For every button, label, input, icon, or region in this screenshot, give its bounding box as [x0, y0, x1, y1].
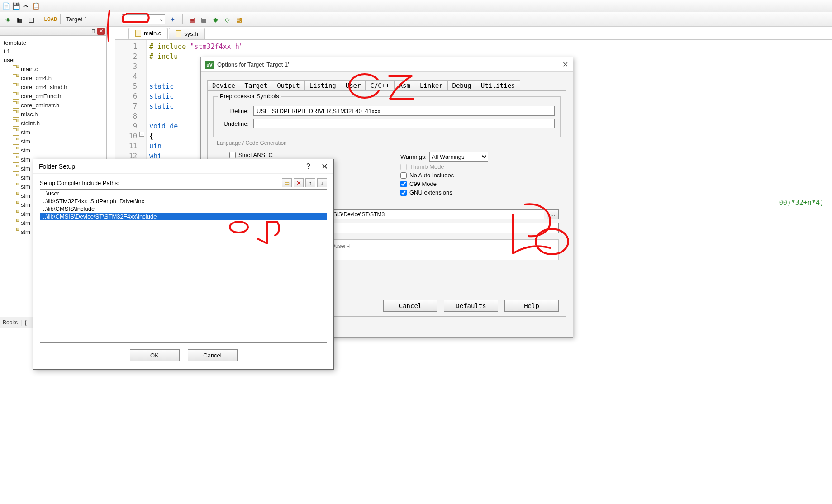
file-icon: [13, 83, 19, 90]
options-tab-cc[interactable]: C/C++: [365, 80, 394, 90]
options-tab-device[interactable]: Device: [207, 80, 240, 90]
move-up-icon[interactable]: ↑: [305, 178, 315, 187]
define-field[interactable]: [253, 106, 555, 116]
file-icon: [13, 210, 19, 217]
tree-file[interactable]: stm: [1, 128, 105, 137]
close-icon[interactable]: ✕: [562, 60, 568, 69]
chk-no-auto[interactable]: [400, 172, 407, 179]
chk-gnu[interactable]: [400, 190, 407, 196]
editor-tabbar: main.c sys.h: [115, 27, 832, 39]
toolbar-icon[interactable]: ▣: [188, 15, 196, 24]
toolbar-icon[interactable]: ▤: [200, 15, 208, 24]
warnings-select[interactable]: All Warnings: [429, 152, 488, 162]
tree-file[interactable]: stdint.h: [1, 119, 105, 128]
file-icon: [176, 30, 181, 37]
options-wand-icon[interactable]: ✦: [169, 15, 177, 24]
tree-label: template: [4, 39, 26, 46]
tree-node-folder[interactable]: user: [1, 56, 105, 64]
file-icon: [13, 201, 19, 208]
dialog-titlebar: Folder Setup ? ✕: [33, 159, 333, 174]
toolbar-icon[interactable]: ▩: [235, 15, 243, 24]
toolbar-icon[interactable]: 📄: [2, 2, 10, 10]
file-icon: [13, 156, 19, 163]
cancel-button[interactable]: Cancel: [188, 349, 238, 361]
toolbar-icon[interactable]: 📋: [32, 2, 40, 10]
tree-node[interactable]: template: [1, 38, 105, 47]
options-tab-output[interactable]: Output: [272, 80, 305, 90]
options-tab-debug[interactable]: Debug: [447, 80, 476, 90]
file-icon: [13, 174, 19, 181]
ok-button[interactable]: OK: [130, 349, 180, 361]
toolbar-icon[interactable]: ◇: [223, 15, 232, 24]
options-tab-user[interactable]: User: [341, 80, 366, 90]
tree-file[interactable]: core_cmInstr.h: [1, 100, 105, 109]
options-tab-asm[interactable]: Asm: [394, 80, 415, 90]
tab-main-c[interactable]: main.c: [128, 28, 168, 39]
include-path-item[interactable]: ..\lib\CMSIS\Include: [40, 205, 327, 213]
file-label: stm: [21, 174, 30, 181]
tab-books[interactable]: Books: [3, 319, 18, 326]
toolbar-icon[interactable]: ▥: [27, 15, 35, 24]
load-icon[interactable]: LOAD: [47, 15, 55, 24]
delete-path-icon[interactable]: ✕: [294, 178, 304, 187]
close-icon[interactable]: ✕: [97, 28, 105, 35]
cancel-button[interactable]: Cancel: [383, 300, 437, 312]
undefine-field[interactable]: [253, 119, 555, 128]
tree-file[interactable]: misc.h: [1, 109, 105, 119]
file-label: stm: [21, 138, 30, 145]
tree-file[interactable]: main.c: [1, 64, 105, 73]
dialog-titlebar: µV Options for Target 'Target 1' ✕: [201, 57, 573, 72]
file-icon: [13, 92, 19, 100]
warnings-label: Warnings:: [400, 153, 427, 160]
options-tab-target[interactable]: Target: [240, 80, 273, 90]
help-icon[interactable]: ?: [306, 162, 310, 171]
tree-file[interactable]: stm: [1, 146, 105, 155]
file-label: core_cm4_simd.h: [21, 84, 67, 90]
close-icon[interactable]: ✕: [321, 162, 328, 171]
layers-icon[interactable]: ◈: [4, 15, 12, 24]
include-path-item[interactable]: ..\lib\CMSIS\Device\ST\STM32F4xx\Include: [40, 213, 327, 220]
line-gutter: 123456789101112: [115, 40, 147, 163]
browse-include-button[interactable]: ...: [547, 209, 559, 219]
folder-setup-dialog: Folder Setup ? ✕ Setup Compiler Include …: [33, 159, 334, 370]
app-icon: µV: [205, 61, 214, 69]
defaults-button[interactable]: Defaults: [444, 300, 498, 312]
file-label: stm: [21, 219, 30, 226]
options-tab-linker[interactable]: Linker: [415, 80, 448, 90]
tab-sys-h[interactable]: sys.h: [169, 28, 204, 39]
pin-icon[interactable]: ⊓: [91, 28, 95, 34]
toolbar-icon[interactable]: 💾: [12, 2, 20, 10]
move-down-icon[interactable]: ↓: [317, 178, 327, 187]
new-path-icon[interactable]: ▭: [282, 178, 292, 187]
include-path-item[interactable]: ..\user: [40, 190, 327, 197]
undefine-label: Undefine:: [219, 120, 249, 127]
tree-node[interactable]: t 1: [1, 47, 105, 56]
tree-file[interactable]: core_cmFunc.h: [1, 91, 105, 100]
chk-thumb: [400, 164, 407, 170]
main-toolbar[interactable]: 📄 💾 ✂ 📋: [0, 0, 832, 12]
fold-icon[interactable]: −: [139, 132, 144, 137]
options-tab-listing[interactable]: Listing: [304, 80, 341, 90]
include-path-item[interactable]: ..\lib\STM32F4xx_StdPeriph_Driver\inc: [40, 197, 327, 205]
group-title: Preprocessor Symbols: [218, 93, 281, 100]
file-label: stm: [21, 165, 30, 172]
tab-functions[interactable]: {: [24, 319, 26, 326]
chk-c99[interactable]: [400, 181, 407, 187]
help-button[interactable]: Help: [504, 300, 559, 312]
target-dropdown[interactable]: ⌄: [122, 14, 165, 24]
target-name-label: Target 1: [66, 16, 87, 23]
file-label: stm: [21, 129, 30, 136]
include-paths-list[interactable]: ..\user..\lib\STM32F4xx_StdPeriph_Driver…: [40, 189, 327, 343]
file-label: stm: [21, 156, 30, 163]
tree-file[interactable]: core_cm4_simd.h: [1, 82, 105, 91]
toolbar-icon[interactable]: ◆: [212, 15, 220, 24]
chk-strict-ansi[interactable]: [229, 152, 236, 158]
tree-file[interactable]: core_cm4.h: [1, 73, 105, 82]
tree-file[interactable]: stm: [1, 137, 105, 146]
options-tab-utilities[interactable]: Utilities: [476, 80, 520, 90]
file-label: stdint.h: [21, 120, 40, 127]
toolbar-icon[interactable]: ▦: [15, 15, 24, 24]
target-toolbar[interactable]: ◈ ▦ ▥ LOAD Target 1 ⌄ ✦ ▣ ▤ ◆ ◇ ▩: [0, 12, 832, 27]
toolbar-icon[interactable]: ✂: [22, 2, 30, 10]
file-label: stm: [21, 147, 30, 154]
